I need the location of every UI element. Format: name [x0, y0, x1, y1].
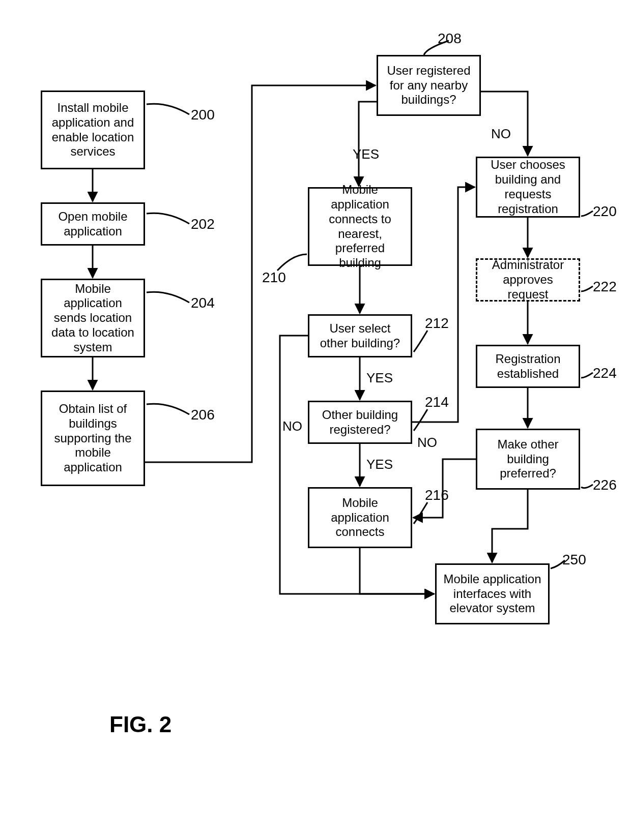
- ref-222: 222: [593, 279, 617, 295]
- diagram-canvas: Install mobile application and enable lo…: [0, 0, 631, 840]
- ref-220: 220: [593, 203, 617, 220]
- ref-226: 226: [593, 477, 617, 493]
- box-obtain-list: Obtain list of buildings supporting the …: [41, 391, 145, 486]
- ref-208: 208: [438, 31, 462, 47]
- ref-202: 202: [191, 216, 215, 232]
- box-install: Install mobile application and enable lo…: [41, 91, 145, 169]
- box-select-other: User select other building?: [308, 314, 412, 357]
- box-other-registered: Other building registered?: [308, 401, 412, 444]
- box-connect-preferred: Mobile application connects to nearest, …: [308, 187, 412, 266]
- edge-label-yes-208: YES: [353, 146, 379, 162]
- box-user-registered: User registered for any nearby buildings…: [377, 55, 481, 116]
- box-mobile-connects: Mobile application connects: [308, 487, 412, 548]
- ref-224: 224: [593, 365, 617, 381]
- box-registration-est: Registration established: [476, 345, 580, 388]
- ref-214: 214: [425, 394, 449, 410]
- ref-212: 212: [425, 315, 449, 332]
- ref-250: 250: [562, 552, 586, 568]
- edge-label-no-214: NO: [417, 435, 437, 451]
- edge-label-yes-214: YES: [366, 457, 393, 472]
- box-sends-location: Mobile application sends location data t…: [41, 279, 145, 357]
- box-choose-building: User chooses building and requests regis…: [476, 157, 580, 218]
- ref-206: 206: [191, 407, 215, 423]
- edge-label-no-212: NO: [282, 418, 302, 434]
- box-interfaces-elevator: Mobile application interfaces with eleva…: [435, 563, 550, 624]
- box-open: Open mobile application: [41, 202, 145, 246]
- ref-204: 204: [191, 295, 215, 311]
- ref-216: 216: [425, 487, 449, 503]
- ref-210: 210: [262, 269, 286, 286]
- edge-label-no-208: NO: [491, 126, 511, 142]
- box-admin-approves: Administrator approves request: [476, 258, 580, 302]
- figure-label: FIG. 2: [109, 712, 171, 737]
- box-make-preferred: Make other building preferred?: [476, 429, 580, 490]
- edge-label-yes-212: YES: [366, 370, 393, 386]
- ref-200: 200: [191, 107, 215, 123]
